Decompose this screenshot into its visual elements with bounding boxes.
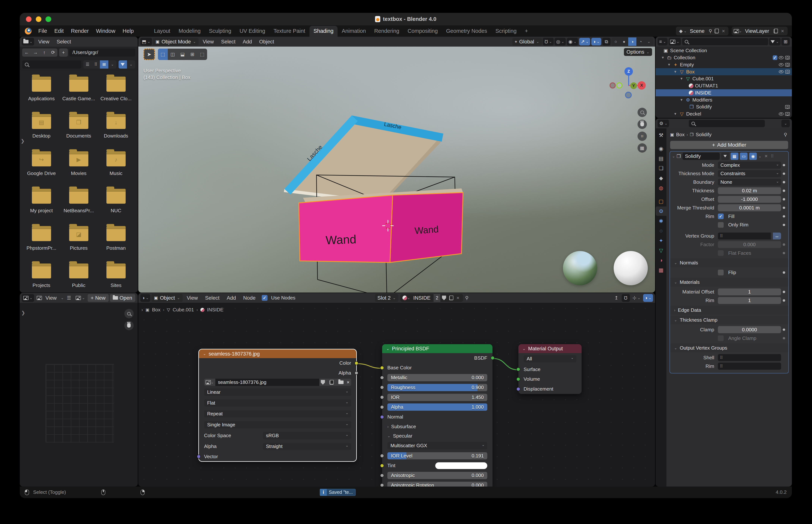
material-rim-field[interactable]: 1 [718,297,781,304]
unlink-scene-icon[interactable]: × [720,28,727,34]
animate-dot[interactable] [781,243,787,246]
outliner-display-mode-icon[interactable]: ⌄ [669,38,681,46]
folder-item[interactable]: Postman [97,226,134,255]
materials-section-header[interactable]: ⌄Materials [670,278,788,286]
roughness-input-socket[interactable] [380,386,384,390]
viewlayer-selector[interactable]: ⌄ ViewLayer × [732,27,787,35]
animate-dot[interactable] [781,337,787,340]
thickness-mode-dropdown[interactable]: Constraints [718,170,781,177]
show-in-viewport-icon[interactable]: ▭ [740,153,748,160]
users-count[interactable]: 2 [434,294,440,302]
gizmo-minus-y-axis[interactable] [616,82,622,88]
shading-wireframe-icon[interactable]: ○ [612,37,620,46]
modifier-name-field[interactable]: Solidify [682,153,720,160]
normal-input-socket[interactable] [380,415,384,419]
gizmos-toggle-icon[interactable]: ↗⌄ [579,38,590,46]
select-lasso-icon[interactable]: ⬓ [178,49,188,60]
outliner-row-inside[interactable]: INSIDE [655,89,792,96]
only-rim-checkbox[interactable] [718,222,724,228]
gizmo-minus-z-axis[interactable] [625,92,632,98]
hide-eye-icon[interactable] [779,63,783,66]
tab-particles-icon[interactable]: ✱ [655,216,666,226]
tab-scripting[interactable]: Scripting [491,26,521,37]
base-color-input-socket[interactable] [380,366,384,370]
animate-dot[interactable] [781,190,787,192]
new-image-button[interactable]: + New [87,294,109,302]
alpha-input-socket[interactable] [380,405,384,409]
new-folder-button[interactable]: + [59,48,68,56]
display-horizontal-list-icon[interactable]: ⠿ [92,60,100,69]
viewport-menu-object[interactable]: Object [256,39,277,45]
refresh-button[interactable]: ⟳ [49,48,58,56]
parent-node-tree-icon[interactable]: ↥ [612,294,620,302]
disable-render-icon[interactable] [785,105,790,109]
output-node-header[interactable]: ⌄Material Output [518,344,582,353]
thickness-field[interactable]: 0.02 m [718,187,781,194]
subsurface-section[interactable]: ›Subsurface [382,422,492,431]
ior-level-input-socket[interactable] [380,454,384,458]
bsdf-node-header[interactable]: ⌄Principled BSDF [382,344,492,353]
metallic-slider[interactable]: Metallic0.000 [387,374,487,381]
alpha-output-socket[interactable] [355,371,358,375]
animate-dot[interactable] [781,252,787,255]
tab-tool-icon[interactable]: ⚒ [655,130,666,140]
delete-modifier-icon[interactable]: × [763,153,769,159]
select-more-icon[interactable]: ⊞ [188,49,197,60]
tab-animation[interactable]: Animation [338,26,370,37]
new-collection-icon[interactable]: ⊞ [781,38,790,46]
image-editor-mode-icon[interactable] [35,294,43,302]
editor-type-outliner-icon[interactable]: ≡⌄ [657,38,667,46]
bsdf-output-socket[interactable] [491,356,494,360]
tab-physics-icon[interactable]: ◌ [655,226,666,235]
file-browser-menu-view[interactable]: View [35,39,52,45]
display-size-dropdown[interactable]: ⌄ [108,60,116,69]
outliner-row-collection[interactable]: ▼🗀 Collection [655,54,792,61]
folder-item[interactable]: NetBeansPr... [60,189,97,218]
properties-search-input[interactable] [689,120,765,127]
outliner-row-modifiers[interactable]: ▼⚙ Modifiers [655,96,792,103]
folder-item[interactable]: ↪Google Drive [23,151,60,180]
extras-dropdown-icon[interactable]: ⌄ [759,154,762,159]
node-canvas[interactable]: › ▣Box › ▽Cube.001 › INSIDE ⌄seamless-18… [138,303,655,487]
displacement-input-socket[interactable] [516,387,520,391]
active-tool-select-icon[interactable]: ➤ [144,49,155,60]
outliner-row-deckel[interactable]: ▼▽ Deckel [655,111,792,118]
viewport-menu-select[interactable]: Select [218,39,239,45]
menu-render[interactable]: Render [67,28,93,34]
tab-object-data-icon[interactable]: ▽ [655,246,666,255]
transform-orientation-dropdown[interactable]: ⌖Global⌄ [512,38,542,46]
folder-item[interactable]: ❐Documents [60,114,97,143]
gizmo-minus-x-axis[interactable] [610,82,616,88]
tab-sculpting[interactable]: Sculpting [205,26,235,37]
tab-output-icon[interactable]: ▤ [655,154,666,163]
path-field[interactable]: /Users/grgr/ [69,48,135,56]
outliner-row-outmat1[interactable]: OUTMAT1 [655,82,792,89]
ior-level-slider[interactable]: IOR Level0.191 [387,452,487,460]
material-output-node[interactable]: ⌄Material Output All Surface Volume Disp… [518,344,582,394]
edge-data-section-header[interactable]: ›Edge Data [670,306,788,314]
blender-logo-icon[interactable] [25,28,32,34]
select-extra-icon[interactable]: ⬚ [197,49,207,60]
flat-faces-checkbox[interactable] [718,250,724,256]
alpha-mode-dropdown[interactable]: Straight [263,443,351,450]
disable-render-icon[interactable] [785,112,790,116]
snap-mode-dropdown[interactable]: ⊹⌄ [631,294,642,302]
outliner-filter-icon[interactable]: ⌄ [769,38,780,46]
extension-dropdown[interactable]: Repeat [204,410,351,417]
outliner-row-box[interactable]: ▼▽ Box [655,68,792,75]
animate-dot[interactable] [781,271,787,274]
forward-button[interactable]: → [31,48,40,56]
tab-world-icon[interactable]: ◍ [655,183,666,193]
hide-eye-icon[interactable] [779,56,783,59]
overlays-toggle-icon[interactable]: ◑⌄ [643,294,653,302]
interpolation-dropdown[interactable]: Linear [204,389,351,396]
collection-checkbox[interactable] [773,55,777,60]
normals-section-header[interactable]: ⌄Normals [670,259,788,267]
open-image-button[interactable]: Open [110,294,135,302]
ior-slider[interactable]: IOR1.450 [387,394,487,401]
ortho-grid-icon[interactable]: ▦ [637,143,647,153]
source-dropdown[interactable]: Single Image [204,421,351,428]
copy-viewlayer-icon[interactable] [774,29,778,33]
animate-dot[interactable] [781,291,787,293]
region-expand-arrow[interactable]: ❯ [21,310,25,315]
